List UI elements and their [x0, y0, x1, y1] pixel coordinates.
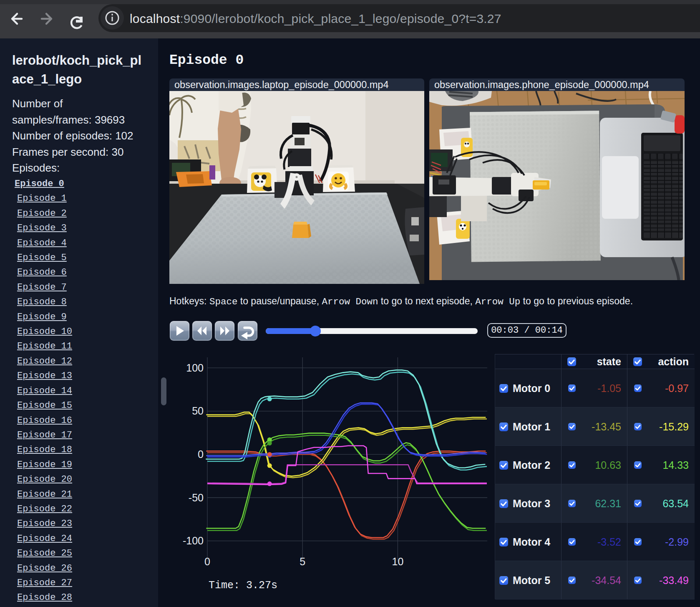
- svg-text:50: 50: [192, 405, 204, 417]
- svg-text:-50: -50: [189, 492, 204, 503]
- svg-text:-100: -100: [183, 535, 204, 546]
- svg-text:10: 10: [392, 556, 403, 567]
- svg-text:0: 0: [204, 556, 210, 567]
- svg-text:0: 0: [198, 448, 204, 460]
- svg-text:5: 5: [300, 556, 305, 567]
- svg-text:100: 100: [186, 362, 204, 374]
